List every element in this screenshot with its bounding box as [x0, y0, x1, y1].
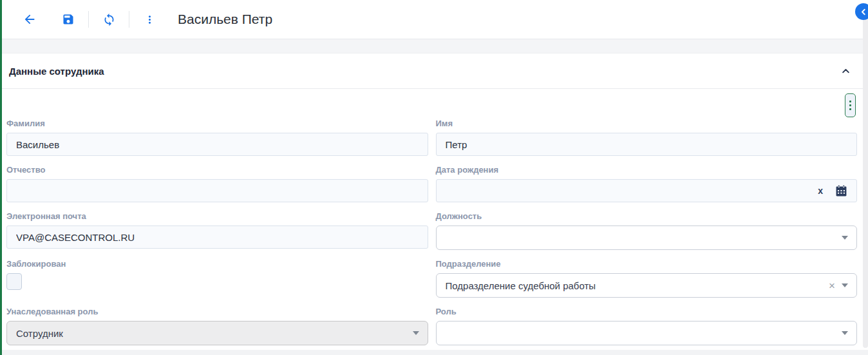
inherited-role-value: Сотрудник — [16, 328, 413, 339]
field-inherited-role: Унаследованная роль Сотрудник — [6, 307, 428, 345]
field-email: Электронная почта — [6, 211, 428, 250]
field-position: Должность — [436, 211, 858, 250]
floppy-disk-icon — [62, 13, 75, 26]
scrollbar[interactable] — [863, 5, 868, 348]
more-vert-icon — [144, 14, 156, 26]
kebab-dot — [849, 104, 851, 106]
sync-icon — [102, 13, 116, 26]
header-spacer-band — [0, 39, 868, 53]
field-last-name: Фамилия — [6, 119, 428, 156]
birth-date-label: Дата рождения — [436, 165, 858, 175]
save-button[interactable] — [57, 8, 80, 31]
first-name-label: Имя — [436, 119, 858, 129]
caret-down-icon — [842, 331, 848, 335]
field-birth-date: Дата рождения x — [436, 165, 858, 202]
field-options-button[interactable] — [845, 93, 856, 117]
employee-form: Фамилия Имя Отчество Дата рождения x Эле… — [0, 89, 868, 354]
calendar-icon[interactable] — [835, 185, 847, 197]
last-name-label: Фамилия — [6, 119, 428, 129]
caret-down-icon — [413, 331, 419, 335]
first-name-input[interactable] — [436, 133, 858, 156]
clear-department-button[interactable]: × — [829, 280, 835, 291]
panel-collapse-button[interactable] — [855, 3, 868, 20]
refresh-button[interactable] — [97, 8, 120, 31]
field-blocked: Заблокирован — [6, 259, 428, 298]
section-collapse-button[interactable] — [841, 66, 851, 76]
role-label: Роль — [436, 307, 858, 317]
middle-name-input[interactable] — [6, 179, 428, 202]
department-label: Подразделение — [436, 259, 858, 269]
email-label: Электронная почта — [6, 211, 428, 222]
arrow-left-icon — [23, 12, 37, 26]
more-actions-button[interactable] — [138, 8, 161, 31]
left-edge-accent — [0, 0, 2, 355]
field-department: Подразделение Подразделение судебной раб… — [436, 259, 858, 298]
field-middle-name: Отчество — [6, 165, 428, 202]
email-input[interactable] — [6, 225, 428, 249]
section-header-employee-data[interactable]: Данные сотрудника — [0, 53, 868, 89]
chevron-left-icon — [859, 7, 868, 17]
kebab-dot — [849, 101, 851, 102]
blocked-checkbox[interactable] — [6, 273, 22, 290]
middle-name-label: Отчество — [6, 165, 428, 175]
birth-date-input[interactable]: x — [436, 179, 858, 202]
position-label: Должность — [436, 211, 858, 222]
position-select[interactable] — [436, 225, 858, 250]
toolbar-divider — [129, 11, 129, 28]
kebab-dot — [849, 108, 851, 110]
inherited-role-label: Унаследованная роль — [6, 307, 428, 317]
last-name-input[interactable] — [6, 133, 428, 156]
clear-date-button[interactable]: x — [816, 186, 824, 196]
role-select[interactable] — [436, 321, 858, 345]
page-title: Васильев Петр — [178, 12, 272, 27]
back-button[interactable] — [18, 8, 41, 31]
bottom-spacer-band — [0, 350, 868, 355]
caret-down-icon — [842, 283, 848, 287]
department-select[interactable]: Подразделение судебной работы × — [436, 273, 858, 298]
toolbar: Васильев Петр — [0, 0, 868, 39]
department-value: Подразделение судебной работы — [446, 280, 829, 291]
field-first-name: Имя — [436, 119, 858, 156]
caret-down-icon — [842, 236, 848, 240]
field-role: Роль — [436, 307, 858, 345]
inherited-role-select: Сотрудник — [6, 321, 428, 345]
blocked-label: Заблокирован — [6, 259, 428, 269]
section-title: Данные сотрудника — [9, 66, 104, 77]
toolbar-divider — [88, 11, 89, 28]
chevron-up-icon — [841, 66, 851, 76]
